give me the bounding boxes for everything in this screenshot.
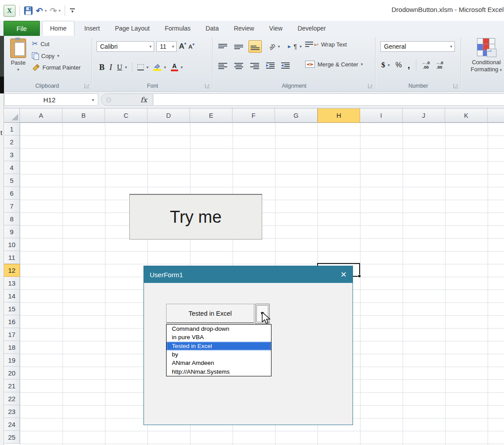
number-dialog-launcher-icon[interactable] (454, 84, 458, 88)
row-header-21[interactable]: 21 (4, 379, 20, 392)
copy-button[interactable]: Copy ▾ (32, 52, 81, 59)
row-header-15[interactable]: 15 (4, 302, 20, 315)
row-header-20[interactable]: 20 (4, 367, 20, 379)
fx-icon[interactable]: fx (140, 96, 147, 104)
column-header-partial[interactable] (488, 108, 504, 123)
number-format-dropdown-icon[interactable]: ▾ (448, 44, 454, 49)
paste-button[interactable]: Paste ▾ (6, 39, 30, 85)
close-icon[interactable]: ✕ (333, 270, 347, 279)
column-header-G[interactable]: G (275, 108, 318, 123)
align-left-button[interactable] (217, 60, 229, 71)
tab-review[interactable]: Review (226, 21, 262, 36)
row-header-17[interactable]: 17 (4, 328, 20, 341)
font-name-dropdown-icon[interactable]: ▾ (147, 44, 154, 49)
redo-dropdown-icon[interactable]: ▾ (58, 8, 61, 13)
tab-file[interactable]: File (4, 21, 40, 36)
percent-style-button[interactable]: % (395, 61, 402, 69)
row-header-1[interactable]: 1 (4, 123, 20, 135)
undo-dropdown-icon[interactable]: ▾ (45, 8, 47, 13)
fill-color-dropdown-icon[interactable]: ▾ (164, 65, 166, 70)
column-header-I[interactable]: I (360, 108, 403, 123)
row-header-6[interactable]: 6 (4, 187, 20, 200)
column-header-A[interactable]: A (20, 108, 62, 123)
formula-input[interactable] (154, 93, 504, 106)
format-painter-button[interactable]: Format Painter (32, 64, 81, 71)
copy-dropdown-icon[interactable]: ▾ (57, 54, 59, 58)
row-header-13[interactable]: 13 (4, 277, 20, 290)
font-size-dropdown-icon[interactable]: ▾ (170, 44, 176, 49)
column-header-B[interactable]: B (62, 108, 105, 123)
align-center-button[interactable] (233, 60, 245, 71)
name-box[interactable]: H12 ▾ (4, 93, 98, 106)
merge-center-button[interactable]: ◂a▸ Merge & Center ▾ (305, 61, 363, 68)
wrap-text-button[interactable]: ↩ Wrap Text (305, 41, 347, 48)
row-header-22[interactable]: 22 (4, 392, 20, 405)
redo-icon[interactable]: ↷ (50, 7, 57, 15)
row-header-14[interactable]: 14 (4, 290, 20, 302)
decrease-decimal-button[interactable]: →.0 .00 (435, 61, 443, 70)
excel-logo-icon[interactable]: X (4, 5, 16, 17)
row-header-24[interactable]: 24 (4, 418, 20, 431)
tab-home[interactable]: Home (42, 21, 74, 36)
row-header-7[interactable]: 7 (4, 200, 20, 213)
undo-icon[interactable]: ↶ (36, 7, 43, 15)
row-header-12[interactable]: 12 (4, 264, 20, 277)
row-header-10[interactable]: 10 (4, 238, 20, 251)
italic-button[interactable]: I (109, 63, 112, 72)
try-me-button[interactable]: Try me (129, 194, 262, 240)
shrink-font-button[interactable]: A▾ (188, 43, 194, 50)
dropdown-list-item[interactable]: Tested in Excel (167, 342, 271, 350)
column-header-C[interactable]: C (105, 108, 147, 123)
customize-qat-icon[interactable]: ▾ (70, 8, 75, 13)
align-middle-button[interactable] (233, 41, 245, 52)
tab-data[interactable]: Data (198, 21, 226, 36)
increase-indent-button[interactable] (279, 60, 291, 71)
tab-view[interactable]: View (262, 21, 290, 36)
column-header-K[interactable]: K (445, 108, 488, 123)
row-header-4[interactable]: 4 (4, 161, 20, 174)
row-header-2[interactable]: 2 (4, 135, 20, 148)
fill-handle[interactable] (358, 275, 361, 278)
comma-style-button[interactable]: , (407, 63, 410, 67)
select-all-corner[interactable] (4, 108, 20, 123)
userform-title-bar[interactable]: UserForm1 ✕ (144, 266, 353, 283)
column-header-J[interactable]: J (403, 108, 445, 123)
font-dialog-launcher-icon[interactable] (205, 84, 209, 88)
dropdown-list-item[interactable]: Command drop-down (167, 325, 271, 333)
underline-button[interactable]: U▾ (117, 63, 127, 72)
increase-decimal-button[interactable]: ←.0 .00 (422, 61, 430, 70)
accounting-format-button[interactable]: $▾ (381, 61, 390, 70)
dropdown-value-button[interactable]: Tested in Excel (166, 304, 254, 323)
borders-button[interactable]: ▾ (137, 64, 149, 70)
row-header-5[interactable]: 5 (4, 174, 20, 187)
clipboard-dialog-launcher-icon[interactable] (85, 84, 89, 88)
dropdown-list-item[interactable]: ANmar Amdeen (167, 359, 271, 367)
insert-function-area[interactable]: fx (101, 93, 153, 106)
column-header-E[interactable]: E (190, 108, 233, 123)
dropdown-list-item[interactable]: by (167, 350, 271, 359)
font-color-dropdown-icon[interactable]: ▾ (181, 65, 183, 70)
grow-font-button[interactable]: A▴ (179, 42, 186, 51)
row-header-18[interactable]: 18 (4, 341, 20, 354)
tab-insert[interactable]: Insert (77, 21, 107, 36)
dropdown-list-item[interactable]: in pure VBA (167, 333, 271, 341)
conditional-formatting-button[interactable]: <≡ Conditional Formatting ▾ (469, 38, 503, 74)
align-top-button[interactable] (217, 41, 229, 52)
column-header-H[interactable]: H (318, 108, 360, 123)
align-bottom-button[interactable] (248, 40, 262, 53)
tab-developer[interactable]: Developer (290, 21, 333, 36)
paste-dropdown-icon[interactable]: ▾ (17, 67, 19, 72)
borders-dropdown-icon[interactable]: ▾ (147, 65, 149, 70)
tab-formulas[interactable]: Formulas (157, 21, 198, 36)
tab-page-layout[interactable]: Page Layout (107, 21, 157, 36)
font-color-button[interactable]: A ▾ (171, 63, 183, 71)
name-box-dropdown-icon[interactable]: ▾ (88, 97, 98, 102)
align-right-button[interactable] (248, 60, 261, 71)
underline-dropdown-icon[interactable]: ▾ (125, 65, 127, 70)
row-header-8[interactable]: 8 (4, 213, 20, 225)
row-header-23[interactable]: 23 (4, 405, 20, 418)
column-header-D[interactable]: D (147, 108, 190, 123)
row-header-16[interactable]: 16 (4, 315, 20, 328)
dropdown-list-item[interactable]: http://ANmar.Systems (167, 368, 271, 376)
row-header-3[interactable]: 3 (4, 148, 20, 161)
